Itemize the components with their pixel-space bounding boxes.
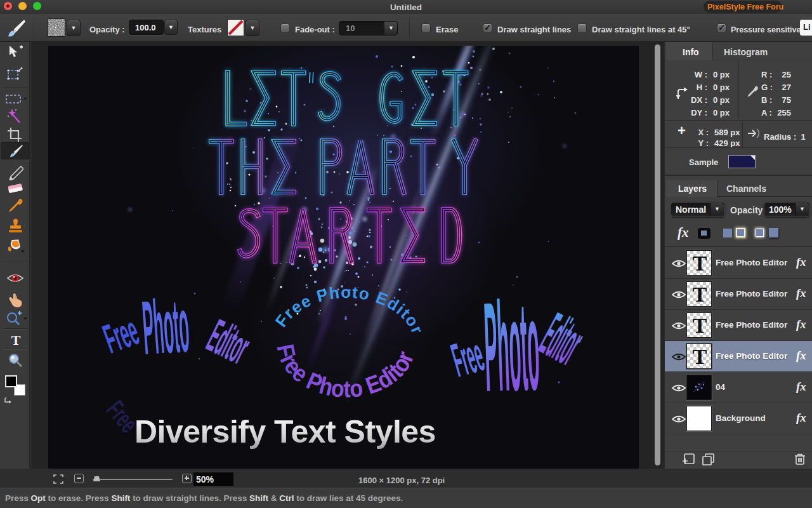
- svg-text:Photo: Photo: [482, 275, 542, 418]
- svg-text:Diversify Text Styles: Diversify Text Styles: [134, 414, 436, 450]
- svg-text:Photo: Photo: [140, 282, 192, 370]
